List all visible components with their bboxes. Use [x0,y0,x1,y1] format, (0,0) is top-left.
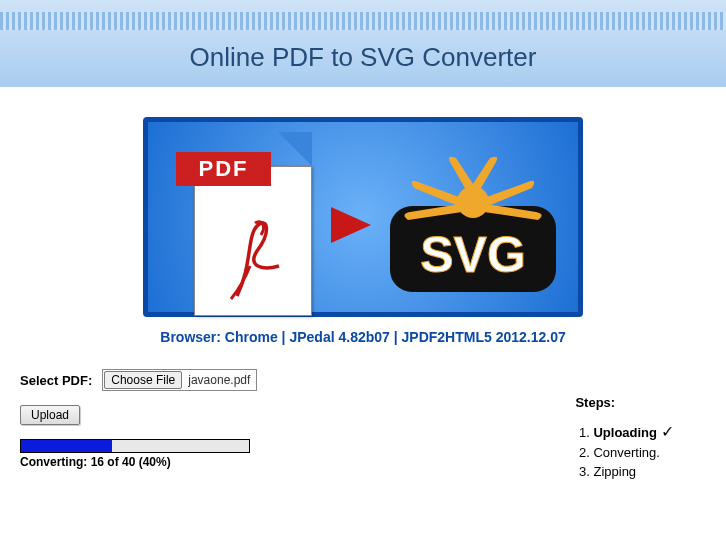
select-pdf-label: Select PDF: [20,373,92,388]
pdf-label: PDF [176,152,271,186]
progress-fill [21,440,112,452]
steps-panel: Steps: Uploading✓ Converting. Zipping [575,395,674,483]
check-icon: ✓ [661,423,674,440]
step-zipping: Zipping [593,464,674,479]
chosen-filename: javaone.pdf [188,373,250,387]
step-uploading: Uploading✓ [593,422,674,441]
hero-banner: PDF SVG [143,117,583,317]
adobe-swirl-icon [217,211,295,307]
steps-list: Uploading✓ Converting. Zipping [575,422,674,479]
environment-info: Browser: Chrome | JPedal 4.82b07 | JPDF2… [20,329,706,345]
choose-file-button[interactable]: Choose File [104,371,182,389]
pdf-page-icon [194,166,312,316]
page-title: Online PDF to SVG Converter [0,32,726,87]
svg-label: SVG [420,227,526,283]
file-input[interactable]: Choose File javaone.pdf [102,369,257,391]
pdf-icon: PDF [168,142,318,312]
file-select-row: Select PDF: Choose File javaone.pdf [20,369,706,391]
svg-icon: SVG [388,154,558,299]
arrow-icon [331,207,371,243]
step-converting: Converting. [593,445,674,460]
progress-bar [20,439,250,453]
header-stripes [0,12,726,30]
steps-title: Steps: [575,395,674,410]
header-bar: Online PDF to SVG Converter [0,0,726,87]
content-area: PDF SVG Bro [0,87,726,529]
upload-button[interactable]: Upload [20,405,80,425]
hero-wrapper: PDF SVG Bro [20,117,706,345]
